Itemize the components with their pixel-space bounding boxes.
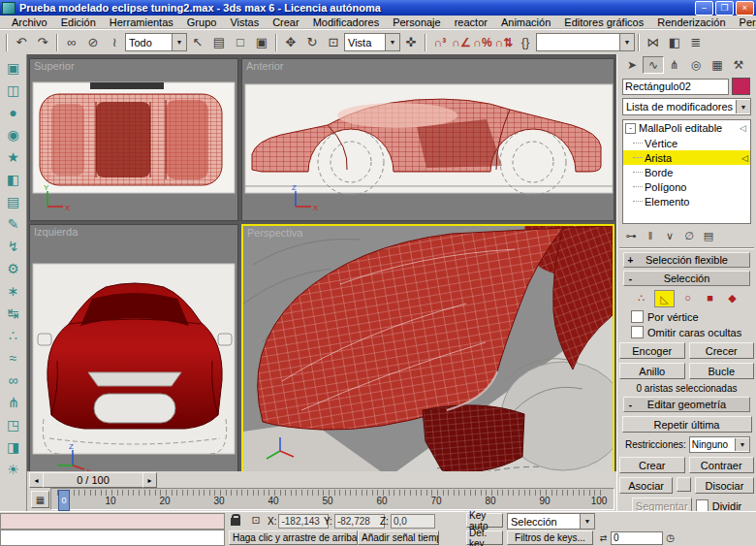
track-bar-ruler[interactable]: 102030405060708090100 0 bbox=[50, 488, 614, 510]
scale-icon[interactable]: ⊡ bbox=[323, 33, 344, 52]
viewport-perspective-canvas[interactable] bbox=[243, 226, 613, 477]
select-icon[interactable]: ↖ bbox=[187, 33, 208, 52]
maxscript-listener-pink[interactable] bbox=[0, 513, 225, 530]
stack-subitem[interactable]: Arista ◁ bbox=[623, 150, 750, 165]
tab-motion[interactable]: ◎ bbox=[685, 56, 707, 74]
spinner-snap-icon[interactable]: ∩⇅ bbox=[493, 33, 515, 52]
modifiers-icon[interactable]: ↯ bbox=[2, 235, 25, 257]
dropdown-arrow-icon[interactable]: ▼ bbox=[736, 100, 750, 113]
layers-panel-icon[interactable]: ▤ bbox=[2, 190, 25, 212]
link-icon[interactable]: ∞ bbox=[61, 33, 82, 52]
crecer-button[interactable]: Crecer bbox=[689, 342, 755, 359]
restricciones-dropdown[interactable]: Ninguno ▼ bbox=[689, 436, 750, 453]
subobj-edge-icon[interactable]: ◺ bbox=[654, 290, 675, 307]
menu-item[interactable]: Renderización bbox=[650, 16, 732, 28]
redo-icon[interactable]: ↷ bbox=[32, 33, 53, 52]
menu-item[interactable]: Animación bbox=[494, 16, 557, 28]
move-icon[interactable]: ✥ bbox=[280, 33, 301, 52]
contraer-button[interactable]: Contraer bbox=[689, 457, 755, 473]
viewport-top[interactable]: Y X Superior bbox=[29, 58, 238, 221]
rotate-icon[interactable]: ↻ bbox=[301, 33, 323, 52]
angle-snap-icon[interactable]: ∩∠ bbox=[451, 33, 472, 52]
remove-modifier-icon[interactable]: ∅ bbox=[680, 228, 698, 244]
z-coordinate-field[interactable] bbox=[391, 514, 435, 529]
title-bar[interactable]: Prueba modelado eclipse tuning2.max - 3d… bbox=[0, 0, 756, 16]
key-auto-button[interactable]: Key auto bbox=[466, 513, 503, 528]
rollout-edit-geometry[interactable]: - Editar geometría bbox=[623, 397, 750, 412]
dropdown-arrow-icon[interactable]: ▼ bbox=[580, 514, 594, 529]
rollout-selection[interactable]: - Selección bbox=[623, 271, 750, 286]
por-vertice-checkbox[interactable] bbox=[631, 310, 644, 323]
stack-subitem[interactable]: Vértice ◁ bbox=[623, 136, 750, 150]
menu-item[interactable]: Crear bbox=[266, 16, 306, 28]
particles-icon[interactable]: ∴ bbox=[2, 324, 25, 346]
dynamics-icon[interactable]: ∞ bbox=[2, 369, 25, 391]
key-filters-button[interactable]: Filtros de keys... bbox=[507, 530, 593, 545]
stack-parent-item[interactable]: - MallaPoli editable ◁ bbox=[623, 120, 750, 136]
shapes-icon[interactable]: ◫ bbox=[2, 79, 25, 101]
make-unique-icon[interactable]: ∨ bbox=[661, 228, 678, 244]
viewport-label-left[interactable]: Izquierda bbox=[34, 226, 78, 238]
select-by-name-icon[interactable]: ▤ bbox=[208, 33, 230, 52]
reference-coordsys-dropdown[interactable]: Vista ▼ bbox=[344, 33, 400, 51]
viewport-label-front[interactable]: Anterior bbox=[246, 60, 284, 72]
doors-icon[interactable]: ◳ bbox=[2, 413, 25, 435]
dropdown-arrow-icon[interactable]: ▼ bbox=[735, 438, 749, 451]
snap-3d-icon[interactable]: ∩³ bbox=[429, 33, 451, 52]
menu-item[interactable]: Personaje bbox=[386, 16, 448, 28]
rollout-soft-selection[interactable]: + Selección flexible bbox=[623, 252, 750, 268]
systems-icon[interactable]: ◉ bbox=[2, 123, 25, 145]
def-key-button[interactable]: Def. key bbox=[466, 530, 503, 545]
menu-item[interactable]: Edición bbox=[54, 16, 103, 28]
viewport-front[interactable]: Z X Anterior bbox=[241, 58, 614, 221]
menu-item[interactable]: Modificadores bbox=[306, 16, 386, 28]
menu-item[interactable]: Grupo bbox=[180, 16, 224, 28]
tab-utilities[interactable]: ⚒ bbox=[728, 56, 749, 74]
cameras-icon[interactable]: ◨ bbox=[2, 435, 25, 458]
subobj-vertex-icon[interactable]: ∴ bbox=[632, 290, 650, 305]
dropdown-arrow-icon[interactable]: ▼ bbox=[619, 34, 634, 50]
menu-item[interactable]: reactor bbox=[448, 16, 494, 28]
crear-button[interactable]: Crear bbox=[619, 457, 685, 473]
manipulate-icon[interactable]: ✜ bbox=[400, 33, 422, 52]
tab-hierarchy[interactable]: ⋔ bbox=[664, 56, 685, 74]
mirror-icon[interactable]: ⋈ bbox=[643, 33, 664, 52]
gears-icon[interactable]: ⚙ bbox=[2, 257, 25, 279]
splines-icon[interactable]: ★ bbox=[2, 145, 25, 168]
selection-lock-icon[interactable] bbox=[231, 518, 240, 526]
percent-snap-icon[interactable]: ∩% bbox=[472, 33, 493, 52]
viewport-left-canvas[interactable]: Z X bbox=[30, 225, 238, 479]
dropdown-arrow-icon[interactable]: ▼ bbox=[172, 34, 186, 50]
controllers-icon[interactable]: ↹ bbox=[2, 302, 25, 324]
object-name-field[interactable] bbox=[622, 79, 729, 95]
configure-modifier-sets-icon[interactable]: ▤ bbox=[700, 228, 717, 244]
disociar-button[interactable]: Disociar bbox=[695, 477, 754, 494]
selection-filter-dropdown[interactable]: Todo ▼ bbox=[125, 33, 187, 51]
maxscript-listener-white[interactable] bbox=[0, 530, 225, 546]
grids-icon[interactable]: ◧ bbox=[2, 168, 25, 190]
menu-item[interactable]: Vistas bbox=[223, 16, 266, 28]
viewport-label-top[interactable]: Superior bbox=[34, 60, 75, 72]
encoger-button[interactable]: Encoger bbox=[619, 342, 685, 359]
tab-modify[interactable]: ∿ bbox=[643, 56, 664, 74]
repetir-ultima-button[interactable]: Repetir última bbox=[622, 416, 752, 433]
car-model-top-view[interactable] bbox=[40, 94, 222, 185]
time-configuration-icon[interactable]: ◷ bbox=[663, 530, 677, 545]
modeling-icon[interactable]: ✎ bbox=[2, 212, 25, 235]
restore-button[interactable]: ❐ bbox=[715, 1, 734, 16]
stack-subitem[interactable]: Elemento ◁ bbox=[623, 194, 750, 209]
named-selection-dropdown[interactable]: ▼ bbox=[536, 33, 635, 51]
undo-icon[interactable]: ↶ bbox=[11, 33, 32, 52]
subobj-border-icon[interactable]: ○ bbox=[678, 290, 697, 305]
viewport-left[interactable]: Z X Izquierda bbox=[29, 224, 238, 479]
modifier-list-dropdown[interactable]: Lista de modificadores ▼ bbox=[622, 98, 751, 115]
menu-item[interactable]: Archivo bbox=[5, 16, 54, 28]
viewport-perspective[interactable]: Perspectiva bbox=[241, 224, 614, 479]
menu-item[interactable]: Editores gráficos bbox=[557, 16, 650, 28]
unlink-icon[interactable]: ⊘ bbox=[82, 33, 104, 52]
space-warps-icon[interactable]: ≈ bbox=[2, 346, 25, 369]
show-end-result-icon[interactable]: ‖ bbox=[642, 228, 659, 244]
key-mode-toggle-icon[interactable]: ⇄ bbox=[596, 530, 611, 545]
pin-stack-icon[interactable]: ⊶ bbox=[622, 228, 640, 244]
align-icon[interactable]: ◧ bbox=[664, 33, 685, 52]
